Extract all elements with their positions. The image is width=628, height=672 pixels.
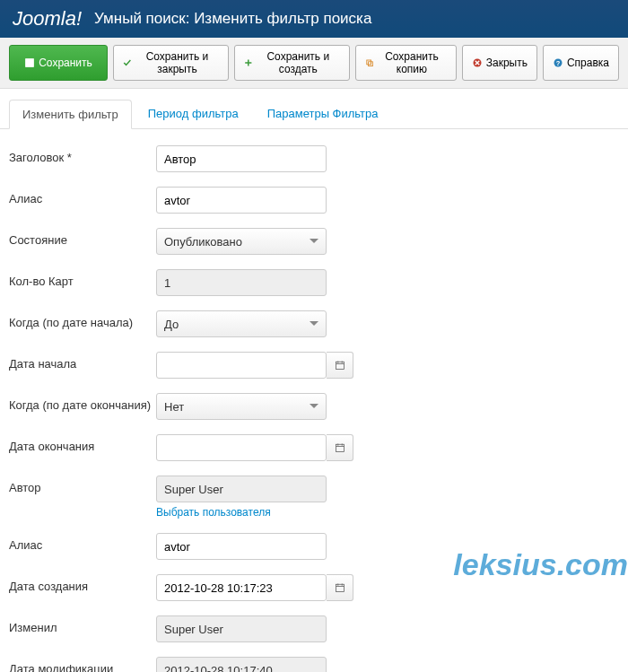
created-label: Дата создания [9, 574, 156, 593]
help-label: Справка [567, 57, 609, 69]
chevron-down-icon [310, 321, 318, 330]
save-copy-label: Сохранить копию [377, 50, 447, 75]
when-end-label: Когда (по дате окончания) [9, 393, 156, 412]
author-field: Super User [156, 476, 327, 502]
svg-rect-7 [336, 584, 344, 591]
calendar-icon [335, 442, 345, 453]
tab-edit-filter[interactable]: Изменить фильтр [9, 100, 132, 129]
date-start-calendar-button[interactable] [327, 352, 353, 379]
modifiedby-field: Super User [156, 615, 327, 642]
modified-label: Дата модификации [9, 657, 156, 672]
select-user-link[interactable]: Выбрать пользователя [156, 506, 327, 519]
tab-filter-period[interactable]: Период фильтра [135, 100, 251, 128]
calendar-icon [335, 360, 345, 371]
tab-filter-params[interactable]: Параметры Фильтра [255, 100, 391, 128]
apply-icon [24, 57, 35, 68]
mapcount-label: Кол-во Карт [9, 269, 156, 288]
close-label: Закрыть [486, 57, 528, 69]
save-close-label: Сохранить и закрыть [135, 50, 220, 75]
modifiedby-label: Изменил [9, 615, 156, 634]
app-header: Joomla! Умный поиск: Изменить фильтр пои… [0, 0, 628, 38]
page-title: Умный поиск: Изменить фильтр поиска [94, 10, 371, 28]
cancel-icon [472, 57, 483, 68]
alias2-label: Алиас [9, 533, 156, 552]
svg-rect-0 [366, 60, 371, 65]
save-button[interactable]: Сохранить [9, 45, 108, 81]
save-new-label: Сохранить и создать [257, 50, 340, 75]
title-input[interactable] [156, 145, 327, 172]
when-start-value: До [164, 318, 179, 331]
svg-rect-5 [336, 362, 344, 369]
date-start-label: Дата начала [9, 352, 156, 371]
calendar-icon [335, 582, 345, 593]
date-end-input[interactable] [156, 434, 327, 461]
created-input[interactable] [156, 574, 327, 601]
modified-field: 2012-10-28 10:17:40 [156, 657, 327, 672]
svg-text:?: ? [556, 59, 561, 67]
state-label: Состояние [9, 228, 156, 247]
form-body: Заголовок * Алиас Состояние Опубликовано… [0, 129, 628, 672]
mapcount-field: 1 [156, 269, 327, 296]
alias-label: Алиас [9, 187, 156, 205]
title-label: Заголовок * [9, 145, 156, 164]
help-icon: ? [553, 57, 563, 68]
when-start-label: Когда (по дате начала) [9, 310, 156, 329]
save-close-button[interactable]: Сохранить и закрыть [113, 45, 229, 81]
plus-icon [244, 57, 253, 68]
joomla-logo: Joomla! [13, 7, 82, 31]
when-end-select[interactable]: Нет [156, 393, 327, 420]
alias2-input[interactable] [156, 533, 327, 560]
when-end-value: Нет [164, 400, 184, 414]
save-copy-button[interactable]: Сохранить копию [355, 45, 457, 81]
chevron-down-icon [310, 404, 318, 413]
svg-rect-6 [336, 444, 344, 451]
date-end-label: Дата окончания [9, 434, 156, 453]
svg-rect-1 [368, 62, 372, 66]
save-new-button[interactable]: Сохранить и создать [234, 45, 349, 81]
check-icon [123, 57, 132, 68]
chevron-down-icon [310, 239, 318, 248]
copy-icon [365, 57, 374, 68]
toolbar: Сохранить Сохранить и закрыть Сохранить … [0, 38, 628, 89]
state-select[interactable]: Опубликовано [156, 228, 327, 255]
author-label: Автор [9, 476, 156, 494]
date-end-calendar-button[interactable] [327, 434, 353, 461]
save-label: Сохранить [39, 57, 92, 69]
tabs: Изменить фильтр Период фильтра Параметры… [0, 89, 628, 129]
created-calendar-button[interactable] [327, 574, 353, 601]
when-start-select[interactable]: До [156, 310, 327, 337]
close-button[interactable]: Закрыть [462, 45, 537, 81]
date-start-input[interactable] [156, 352, 327, 379]
help-button[interactable]: ? Справка [543, 45, 619, 81]
alias-input[interactable] [156, 187, 327, 214]
state-value: Опубликовано [164, 235, 242, 249]
